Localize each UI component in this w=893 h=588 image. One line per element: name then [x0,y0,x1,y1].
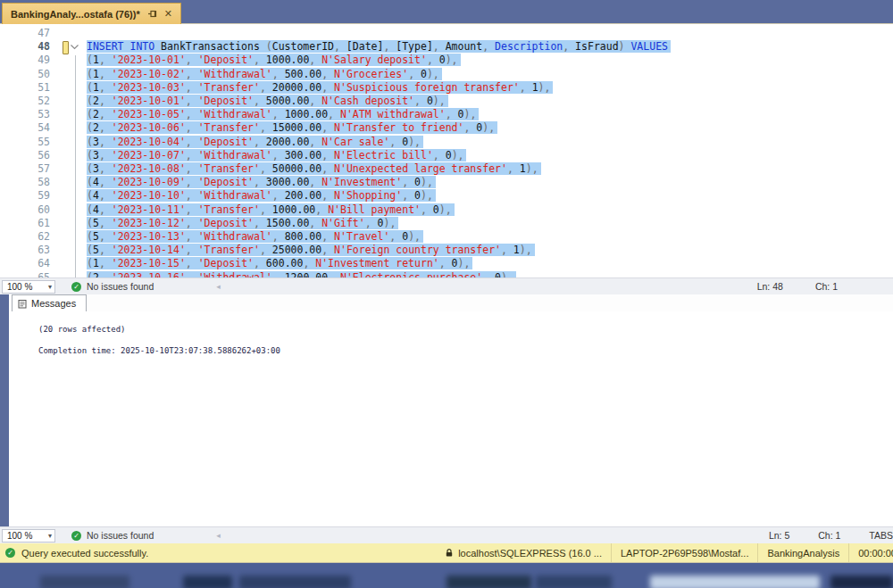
line-number[interactable]: 47 [0,27,50,40]
code-line: (4, '2023-10-10', 'Withdrawal', 200.00, … [87,189,671,203]
line-indicator: Ln: 5 [769,530,789,541]
database-name: BankingAnalysis [767,548,839,559]
code-line: (1, '2023-10-02', 'Withdrawal', 500.00, … [87,68,671,81]
line-number[interactable]: 59 [0,189,50,203]
server-segment: localhost\SQLEXPRESS (16.0 ... [436,543,611,562]
user-segment: LAPTOP-2P69P598\Mostaf... [611,543,757,562]
line-number[interactable]: 60 [0,203,50,217]
query-status-label: Query executed successfully. [21,548,148,559]
outline-guide-line [75,55,76,277]
database-segment: BankingAnalysis [757,543,848,562]
lock-icon [445,548,454,558]
line-number[interactable]: 65 [0,271,50,277]
message-line: (20 rows affected) [38,324,893,335]
line-number[interactable]: 57 [0,162,50,176]
line-number[interactable]: 49 [0,54,50,67]
code-line: (4, '2023-10-11', 'Transfer', 1000.00, N… [87,203,671,217]
health-check-icon: ✓ [71,282,81,292]
taskbar-area [0,562,893,588]
zoom-value: 100 % [7,531,32,541]
line-number[interactable]: 52 [0,95,50,108]
line-number[interactable]: 61 [0,217,50,230]
code-line: (5, '2023-10-14', 'Transfer', 25000.00, … [87,244,671,257]
code-line: INSERT INTO BankTransactions (CustomerID… [87,40,671,54]
tabs-indicator: TABS [869,530,893,541]
column-indicator: Ch: 1 [815,281,838,292]
tab-messages[interactable]: Messages [12,294,87,311]
document-tab[interactable]: BankingAnaly...ostafa (76))* ✕ [2,3,181,24]
taskbar-item[interactable] [650,576,820,588]
code-line: (2, '2023-10-16', 'Withdrawal', 1200.00,… [87,271,671,277]
line-number[interactable]: 53 [0,108,50,121]
taskbar-item[interactable] [183,576,232,588]
column-indicator: Ch: 1 [818,530,840,541]
line-number[interactable]: 56 [0,149,50,162]
success-check-icon: ✓ [5,548,15,558]
ssms-window: BankingAnaly...ostafa (76))* ✕ 474849505… [0,0,893,588]
line-number[interactable]: 51 [0,81,50,95]
messages-tab-label: Messages [31,298,76,309]
track-changes-bar [63,41,69,54]
query-status-bar: ✓ Query executed successfully. localhost… [0,543,893,562]
code-line: (4, '2023-10-09', 'Deposit', 3000.00, N'… [87,176,671,189]
results-tab-strip: Messages [9,294,893,311]
editor-status-bar: 100 % ▾ ✓ No issues found ◂ Ln: 48 Ch: 1 [0,277,893,294]
line-number[interactable]: 58 [0,176,50,189]
code-line: (1, '2023-10-03', 'Transfer', 20000.00, … [87,81,671,95]
close-icon[interactable]: ✕ [164,8,172,20]
messages-status-bar: 100 % ▾ ✓ No issues found ◂ Ln: 5 Ch: 1 … [0,526,893,543]
code-line [87,27,671,40]
zoom-value: 100 % [7,282,32,292]
messages-output: (20 rows affected) Completion time: 2025… [9,311,893,526]
taskbar-item[interactable] [446,576,531,588]
hscroll-left-arrow-icon[interactable]: ◂ [216,531,221,540]
health-label: No issues found [87,281,154,292]
code-line: (3, '2023-10-04', 'Deposit', 2000.00, N'… [87,136,671,149]
code-line: (2, '2023-10-05', 'Withdrawal', 1000.00,… [87,108,671,121]
code-line: (2, '2023-10-01', 'Deposit', 5000.00, N'… [87,95,671,108]
code-line: (3, '2023-10-08', 'Transfer', 50000.00, … [87,162,671,176]
chevron-down-icon: ▾ [48,532,52,540]
taskbar-item[interactable] [239,576,351,588]
code-line: (3, '2023-10-07', 'Withdrawal', 300.00, … [87,149,671,162]
line-number[interactable]: 54 [0,121,50,135]
elapsed-time-segment: 00:00:00 [848,543,893,562]
code-line: (1, '2023-10-15', 'Deposit', 600.00, N'I… [87,257,671,270]
line-number[interactable]: 64 [0,257,50,270]
pin-icon[interactable] [147,9,157,19]
code-line: (5, '2023-10-12', 'Deposit', 1500.00, N'… [87,217,671,230]
caret-position-group: Ln: 5 Ch: 1 TABS [769,530,893,541]
message-line: Completion time: 2025-10-10T23:07:38.588… [38,345,893,356]
code-line: (2, '2023-10-06', 'Transfer', 15000.00, … [87,121,671,135]
server-name: localhost\SQLEXPRESS (16.0 ... [458,548,602,559]
line-number[interactable]: 48 [0,40,50,54]
taskbar-item[interactable] [40,576,129,588]
document-tab-strip: BankingAnaly...ostafa (76))* ✕ [0,0,893,24]
hscroll-left-arrow-icon[interactable]: ◂ [216,282,221,291]
elapsed-time: 00:00:00 [858,548,893,559]
caret-position-group: Ln: 48 Ch: 1 [757,281,893,292]
line-number[interactable]: 62 [0,230,50,244]
line-number[interactable]: 55 [0,136,50,149]
line-number-gutter[interactable]: 47484950515253545556575859606162636465 [0,27,50,277]
editor-zoom-select[interactable]: 100 % ▾ [2,280,55,294]
line-indicator: Ln: 48 [757,281,783,292]
user-name: LAPTOP-2P69P598\Mostaf... [621,548,748,559]
sql-editor[interactable]: 47484950515253545556575859606162636465 I… [0,24,893,277]
messages-zoom-select[interactable]: 100 % ▾ [2,529,55,542]
fold-chevron-icon[interactable] [70,44,79,51]
taskbar-item[interactable] [830,576,893,588]
messages-icon [18,299,27,309]
chevron-down-icon: ▾ [48,283,52,291]
connection-info-group: localhost\SQLEXPRESS (16.0 ... LAPTOP-2P… [436,543,893,562]
pane-left-border [0,294,9,526]
taskbar-item[interactable] [536,576,612,588]
code-line: (1, '2023-10-01', 'Deposit', 1000.00, N'… [87,54,671,67]
document-tab-title: BankingAnaly...ostafa (76))* [11,9,140,20]
code-line: (5, '2023-10-13', 'Withdrawal', 800.00, … [87,230,671,244]
health-label: No issues found [87,530,154,541]
line-number[interactable]: 50 [0,68,50,81]
message-line [38,335,893,345]
code-area[interactable]: INSERT INTO BankTransactions (CustomerID… [87,27,671,277]
line-number[interactable]: 63 [0,244,50,257]
